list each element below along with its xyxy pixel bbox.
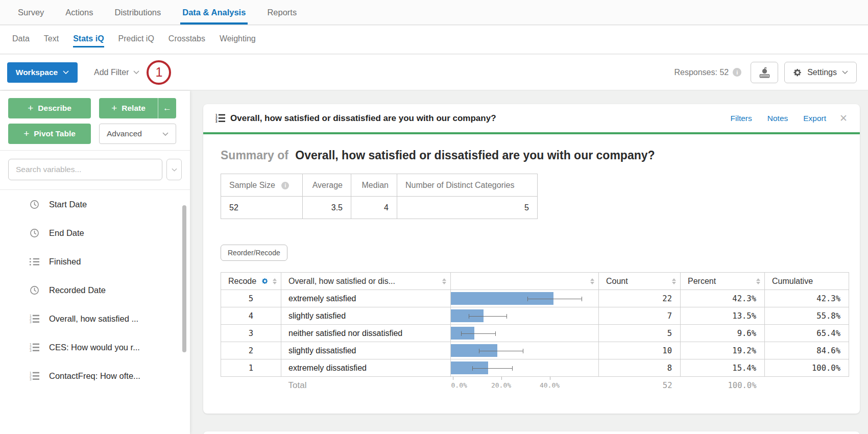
axis-cell: 0.0% 20.0% 40.0%	[451, 377, 599, 395]
sidebar: Describe Relate P	[0, 91, 190, 434]
pivot-table-button[interactable]: Pivot Table	[8, 124, 91, 144]
plus-icon	[111, 103, 117, 113]
advanced-dropdown[interactable]: Advanced	[99, 124, 176, 144]
count-value: 5	[599, 325, 681, 342]
relate-button[interactable]: Relate	[99, 98, 158, 118]
bullet-list-icon	[30, 257, 39, 267]
sub-tab-text[interactable]: Text	[44, 32, 59, 47]
ci	[469, 316, 507, 317]
variable-item-contactfreq[interactable]: ContactFreq: How ofte...	[0, 361, 190, 390]
variable-label: End Date	[49, 228, 84, 238]
chevron-down-icon	[63, 70, 69, 74]
clock-icon	[30, 228, 39, 238]
percent-value: 42.3%	[681, 290, 765, 307]
total-count: 52	[599, 377, 681, 395]
search-options-dropdown[interactable]	[166, 159, 182, 180]
cumulative-value: 65.4%	[765, 325, 849, 342]
filters-link[interactable]: Filters	[731, 114, 752, 123]
variable-label: Recorded Date	[49, 285, 106, 295]
stats-header-median: Median	[351, 174, 397, 197]
notes-link[interactable]: Notes	[767, 114, 788, 123]
cumulative-value: 55.8%	[765, 307, 849, 325]
top-tab-survey[interactable]: Survey	[18, 0, 44, 25]
info-icon[interactable]	[281, 182, 289, 189]
cumulative-value: 42.3%	[765, 290, 849, 307]
chevron-down-icon	[842, 70, 848, 74]
percent-axis: 0.0% 20.0% 40.0%	[451, 377, 599, 394]
reorder-recode-button[interactable]: Reorder/Recode	[221, 245, 287, 261]
table-row: 5 extremely satisfied 22 42.3% 42.3%	[221, 290, 849, 307]
gear-icon	[793, 68, 802, 77]
stats-value-median: 4	[351, 197, 397, 219]
sub-nav: Data Text Stats iQ Predict iQ Crosstabs …	[0, 26, 868, 54]
numbered-list-icon	[215, 113, 225, 123]
variable-item-start-date[interactable]: Start Date	[0, 190, 190, 219]
summary-question: Overall, how satisfied or dissatisfied a…	[295, 149, 655, 162]
describe-button[interactable]: Describe	[8, 98, 91, 118]
responses-count: Responses: 52	[674, 68, 729, 77]
info-icon[interactable]	[733, 68, 741, 77]
variable-item-finished[interactable]: Finished	[0, 247, 190, 276]
sort-icon[interactable]	[672, 278, 676, 284]
next-analysis-card-partial	[203, 431, 860, 434]
recode-value: 3	[221, 325, 281, 342]
sub-tab-stats-iq[interactable]: Stats iQ	[73, 32, 104, 47]
percent-value: 13.5%	[681, 307, 765, 325]
sort-icon[interactable]	[273, 278, 277, 284]
sub-tab-data[interactable]: Data	[12, 32, 30, 47]
variable-item-end-date[interactable]: End Date	[0, 219, 190, 247]
close-icon[interactable]	[839, 113, 848, 123]
sub-tab-predict-iq[interactable]: Predict iQ	[118, 32, 154, 47]
export-link[interactable]: Export	[803, 114, 826, 123]
add-filter-dropdown[interactable]: Add Filter	[94, 68, 139, 77]
learning-center-button[interactable]	[751, 62, 778, 83]
sort-icon[interactable]	[756, 278, 760, 284]
sort-icon[interactable]	[442, 278, 446, 284]
stats-value-categories: 5	[397, 197, 538, 219]
variable-list: Start Date End Date Finished Recorded Da…	[0, 189, 190, 390]
pivot-table-label: Pivot Table	[34, 129, 76, 138]
search-row	[0, 151, 190, 180]
variable-item-recorded-date[interactable]: Recorded Date	[0, 276, 190, 304]
variable-item-overall-satisfaction[interactable]: Overall, how satisfied ...	[0, 304, 190, 333]
stats-iq-page: Survey Actions Distributions Data & Anal…	[0, 0, 868, 434]
summary-prefix: Summary of	[221, 149, 288, 162]
gear-icon[interactable]	[261, 277, 269, 285]
percent-value: 15.4%	[681, 359, 765, 377]
workspace-button[interactable]: Workspace	[7, 62, 78, 83]
summary-heading: Summary of Overall, how satisfied or dis…	[221, 149, 841, 162]
sort-icon[interactable]	[590, 278, 594, 284]
advanced-label: Advanced	[107, 129, 142, 138]
arrow-left-icon	[163, 103, 172, 113]
category-label: neither satisfied nor dissatisfied	[281, 325, 451, 342]
stats-value-average: 3.5	[303, 197, 351, 219]
frequency-table: Recode Overall, how satisfied or dis...	[221, 272, 849, 394]
numbered-list-icon	[30, 343, 39, 352]
settings-button[interactable]: Settings	[784, 62, 857, 83]
numbered-list-icon	[30, 314, 39, 324]
count-value: 10	[599, 342, 681, 359]
table-row: 1 extremely dissatisfied 8 15.4% 100.0%	[221, 359, 849, 377]
relate-back-button[interactable]	[158, 98, 176, 118]
table-row: 2 slightly dissatisfied 10 19.2% 84.6%	[221, 342, 849, 359]
header-cumulative: Cumulative	[765, 273, 849, 290]
sub-tab-weighting[interactable]: Weighting	[220, 32, 256, 47]
chevron-down-icon	[162, 132, 168, 136]
header-question: Overall, how satisfied or dis...	[281, 273, 451, 290]
top-tab-data-analysis[interactable]: Data & Analysis	[182, 0, 246, 25]
apple-book-icon	[758, 65, 771, 79]
sub-tab-crosstabs[interactable]: Crosstabs	[168, 32, 205, 47]
empty-cell	[765, 377, 849, 395]
search-variables-input[interactable]	[8, 159, 162, 180]
top-tab-distributions[interactable]: Distributions	[114, 0, 161, 25]
toolbar-right: Responses: 52 Settings	[674, 62, 857, 83]
top-tab-reports[interactable]: Reports	[267, 0, 297, 25]
workspace-label: Workspace	[16, 68, 58, 77]
sidebar-scrollbar[interactable]	[182, 205, 186, 352]
frequency-table-header-row: Recode Overall, how satisfied or dis...	[221, 273, 849, 290]
ci	[461, 333, 496, 334]
variable-item-ces[interactable]: CES: How would you r...	[0, 333, 190, 361]
top-tab-actions[interactable]: Actions	[65, 0, 93, 25]
header-bar-chart	[451, 273, 599, 290]
header-percent: Percent	[681, 273, 765, 290]
